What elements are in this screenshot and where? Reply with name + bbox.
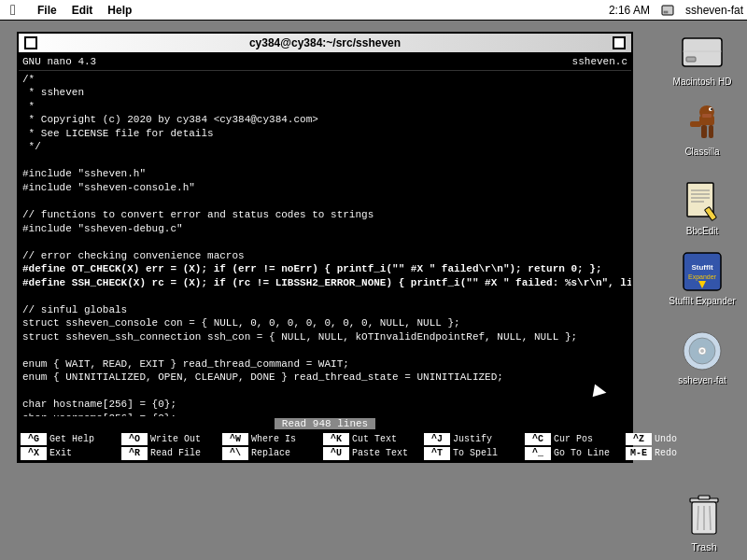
key-item-u: ^UPaste Text: [323, 447, 416, 460]
window-titlebar[interactable]: cy384@cy384:~/src/ssheven: [19, 34, 631, 54]
key-badge: ^C: [525, 433, 551, 446]
key-badge: ^W: [222, 433, 248, 446]
key-label: Write Out: [150, 433, 201, 446]
svg-point-11: [711, 108, 712, 110]
ssheven-fat-icon: [680, 329, 725, 373]
bbedit-icon: [680, 179, 725, 224]
key-label: Go To Line: [554, 447, 610, 460]
key-item-g: ^GGet Help: [21, 433, 114, 446]
key-item-x: ^XExit: [21, 447, 114, 460]
key-badge: ^X: [21, 447, 47, 460]
classilla-label: Classilla: [684, 147, 719, 158]
desktop: Macintosh HD Classilla: [0, 21, 747, 560]
desktop-icon-bbedit[interactable]: BbcEdit: [669, 179, 736, 237]
desktop-icon-classilla[interactable]: Classilla: [669, 100, 736, 158]
svg-rect-9: [690, 121, 701, 127]
menubar:  File Edit Help 2:16 AM ssheven-fat: [0, 0, 747, 21]
menubar-right: 2:16 AM ssheven-fat: [609, 4, 743, 17]
key-label: Get Help: [49, 433, 94, 446]
hd-small-icon: [661, 4, 674, 17]
window-zoom-box[interactable]: [613, 36, 626, 49]
key-badge: ^Z: [626, 433, 652, 446]
key-item-z: ^ZUndo: [626, 433, 719, 446]
key-badge: ^U: [323, 447, 349, 460]
nano-filename: ssheven.c: [572, 55, 627, 69]
key-item-c: ^CCur Pos: [525, 433, 618, 446]
key-item-t: ^TTo Spell: [424, 447, 517, 460]
key-badge: ^J: [424, 433, 450, 446]
key-label: Where Is: [251, 433, 296, 446]
desktop-icon-trash[interactable]: Trash: [670, 495, 738, 553]
stuffit-icon: StuffIt Expander: [680, 249, 725, 294]
key-label: Exit: [49, 447, 72, 460]
svg-rect-3: [686, 57, 696, 62]
key-label: Replace: [251, 447, 290, 460]
key-badge: M-E: [626, 447, 652, 460]
key-badge: ^G: [21, 433, 47, 446]
macintosh-hd-icon: [680, 30, 725, 75]
key-badge: ^\: [222, 447, 248, 460]
bbedit-svg: [684, 181, 721, 222]
key-item-: ^\Replace: [222, 447, 316, 460]
svg-text:StuffIt: StuffIt: [691, 263, 712, 272]
classilla-icon: [680, 100, 725, 145]
menu-file[interactable]: File: [30, 2, 64, 19]
svg-rect-12: [702, 114, 712, 118]
svg-text:Expander: Expander: [688, 273, 717, 281]
ssheven-fat-label: ssheven-fat: [678, 375, 726, 386]
nano-code-area[interactable]: /* * ssheven * * Copyright (c) 2020 by c…: [19, 71, 631, 416]
key-item-_: ^_Go To Line: [525, 447, 618, 460]
desktop-icon-stuffit[interactable]: StuffIt Expander StuffIt Expander: [669, 249, 736, 307]
key-label: Cur Pos: [554, 433, 593, 446]
stuffit-svg: StuffIt Expander: [682, 251, 723, 292]
svg-line-32: [710, 506, 711, 530]
key-item-k: ^KCut Text: [323, 433, 416, 446]
hd-svg-icon: [681, 35, 724, 70]
nano-keybindings: ^GGet Help^OWrite Out^WWhere Is^KCut Tex…: [19, 432, 631, 461]
key-label: Redo: [655, 447, 677, 460]
key-badge: ^K: [323, 433, 349, 446]
key-label: Undo: [655, 433, 677, 446]
window-close-box[interactable]: [24, 36, 37, 49]
nano-statusbar: Read 948 lines: [19, 416, 631, 432]
classilla-svg: [681, 101, 724, 144]
key-label: Justify: [453, 433, 492, 446]
nano-topbar: GNU nano 4.3 ssheven.c: [19, 54, 631, 71]
key-label: Read File: [150, 447, 201, 460]
window-title: cy384@cy384:~/src/ssheven: [37, 36, 613, 49]
keybindings-row-1: ^GGet Help^OWrite Out^WWhere Is^KCut Tex…: [19, 432, 631, 447]
svg-rect-28: [698, 496, 710, 499]
key-badge: ^_: [525, 447, 551, 460]
nano-editor[interactable]: GNU nano 4.3 ssheven.c /* * ssheven * * …: [19, 54, 631, 461]
macintosh-hd-label: Macintosh HD: [673, 77, 732, 88]
key-item-r: ^RRead File: [121, 447, 215, 460]
bbedit-label: BbcEdit: [686, 226, 718, 237]
key-badge: ^T: [424, 447, 450, 460]
desktop-icon-macintosh-hd[interactable]: Macintosh HD: [669, 30, 736, 88]
desktop-icon-ssheven-fat[interactable]: ssheven-fat: [669, 329, 736, 386]
svg-rect-0: [662, 6, 673, 15]
key-item-w: ^WWhere Is: [222, 433, 316, 446]
key-item-o: ^OWrite Out: [121, 433, 215, 446]
hd-label: ssheven-fat: [685, 4, 743, 17]
trash-label: Trash: [691, 541, 717, 553]
trash-icon: [684, 495, 724, 539]
svg-rect-8: [709, 125, 713, 138]
nano-window: cy384@cy384:~/src/ssheven GNU nano 4.3 s…: [17, 32, 633, 463]
menu-help[interactable]: Help: [100, 2, 139, 19]
nano-status: Read 948 lines: [275, 418, 375, 429]
ssheven-svg: [682, 330, 723, 371]
svg-rect-7: [701, 125, 707, 138]
apple-menu[interactable]: : [4, 1, 22, 20]
menu-edit[interactable]: Edit: [64, 2, 101, 19]
key-label: Cut Text: [352, 433, 397, 446]
svg-line-30: [698, 506, 698, 530]
key-badge: ^R: [121, 447, 148, 460]
keybindings-row-2: ^XExit^RRead File^\Replace^UPaste Text^T…: [19, 446, 631, 461]
key-label: To Spell: [453, 447, 498, 460]
key-item-m-e: M-ERedo: [626, 447, 719, 460]
nano-version: GNU nano 4.3: [22, 55, 96, 69]
menu-time: 2:16 AM: [609, 4, 650, 17]
svg-point-26: [700, 349, 704, 353]
stuffit-label: StuffIt Expander: [669, 296, 736, 307]
